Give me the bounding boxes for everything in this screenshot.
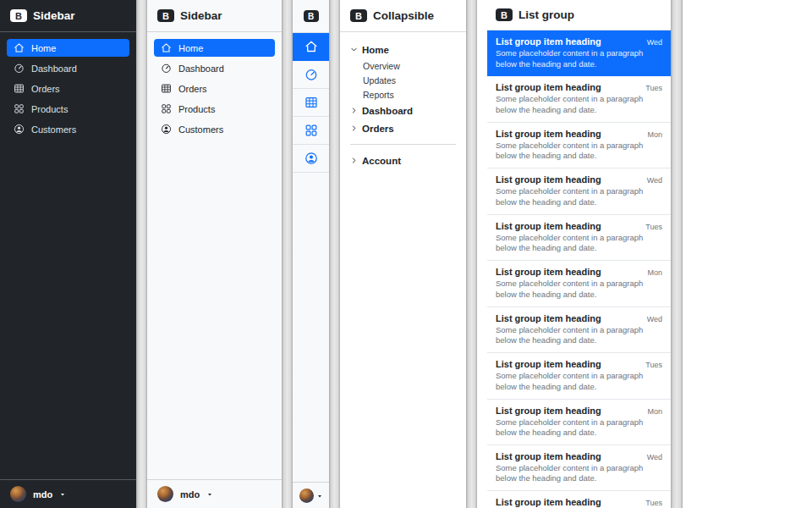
list-group-item[interactable]: List group item headingMonSome placehold… — [487, 400, 671, 445]
sidebar-item-dashboard[interactable]: Dashboard — [154, 59, 275, 77]
item-body: Some placeholder content in a paragraph … — [496, 371, 650, 392]
rail-item-house[interactable] — [293, 33, 329, 61]
list-group-item[interactable]: List group item headingTuesSome placehol… — [487, 353, 671, 399]
example-divider — [671, 0, 683, 508]
bootstrap-logo-icon: B — [157, 9, 174, 22]
item-top-row: List group item headingTues — [496, 82, 662, 92]
group-label: Home — [362, 45, 389, 55]
item-heading: List group item heading — [496, 359, 601, 369]
collapsible-tree: HomeOverviewUpdatesReportsDashboardOrder… — [340, 32, 466, 178]
item-heading: List group item heading — [496, 82, 601, 92]
grid-icon — [304, 124, 318, 137]
spacer — [147, 145, 282, 479]
list-group-item[interactable]: List group item headingTuesSome placehol… — [487, 215, 671, 261]
sidebar-item-home[interactable]: Home — [7, 39, 129, 57]
nav-dark: HomeDashboardOrdersProductsCustomers — [0, 32, 136, 145]
brand-link[interactable]: B — [293, 0, 329, 32]
sidebar-title: Collapsible — [373, 9, 434, 22]
example-divider — [136, 0, 147, 508]
sidebar-item-dashboard[interactable]: Dashboard — [7, 59, 129, 77]
avatar — [10, 486, 26, 502]
sidebar-item-label: Customers — [31, 124, 76, 135]
brand-link[interactable]: B Collapsible — [340, 0, 466, 31]
list-group-item[interactable]: List group item headingTuesSome placehol… — [487, 76, 671, 122]
brand-link[interactable]: B List group — [487, 0, 671, 30]
item-heading: List group item heading — [496, 36, 601, 47]
list-group-item[interactable]: List group item headingMonSome placehold… — [487, 261, 671, 306]
item-top-row: List group item headingWed — [496, 313, 662, 323]
example-divider — [282, 0, 293, 508]
sidebar-item-customers[interactable]: Customers — [154, 120, 275, 138]
list-group-item[interactable]: List group item headingTuesSome placehol… — [487, 491, 671, 508]
item-day: Tues — [645, 84, 662, 92]
user-menu[interactable]: mdo — [0, 480, 136, 508]
list-group-panel: B List group List group item headingWedS… — [487, 0, 671, 508]
table-icon — [304, 96, 318, 109]
item-day: Wed — [647, 176, 662, 185]
sidebar-collapsible: B Collapsible HomeOverviewUpdatesReports… — [340, 0, 466, 508]
chevron-right-icon — [350, 107, 358, 114]
subnav-item-updates[interactable]: Updates — [363, 73, 456, 87]
grid-icon — [161, 103, 172, 114]
list-group-item[interactable]: List group item headingWedSome placehold… — [487, 30, 671, 76]
item-heading: List group item heading — [496, 174, 601, 185]
user-name: mdo — [33, 489, 52, 500]
sidebar-item-label: Products — [178, 104, 215, 114]
item-top-row: List group item headingMon — [496, 267, 662, 277]
house-icon — [304, 40, 318, 53]
item-day: Wed — [647, 453, 662, 461]
collapsible-group-dashboard[interactable]: Dashboard — [350, 102, 456, 119]
item-top-row: List group item headingMon — [496, 406, 662, 416]
sidebar-item-label: Home — [31, 43, 56, 53]
collapsible-group-home[interactable]: Home — [350, 41, 456, 58]
sidebar-item-label: Orders — [178, 84, 207, 94]
sidebar-dark: B Sidebar HomeDashboardOrdersProductsCus… — [0, 0, 136, 508]
spacer — [293, 173, 329, 482]
house-icon — [14, 42, 25, 53]
sidebar-item-products[interactable]: Products — [154, 100, 275, 118]
item-top-row: List group item headingWed — [496, 174, 662, 185]
item-body: Some placeholder content in a paragraph … — [496, 186, 650, 207]
item-heading: List group item heading — [496, 129, 601, 139]
collapsible-group-account[interactable]: Account — [350, 152, 456, 169]
brand-link[interactable]: B Sidebar — [0, 0, 136, 31]
brand-link[interactable]: B Sidebar — [147, 0, 282, 31]
sidebar-item-orders[interactable]: Orders — [7, 80, 129, 97]
list-group-item[interactable]: List group item headingWedSome placehold… — [487, 168, 671, 214]
page-background — [683, 0, 812, 508]
sidebar-item-orders[interactable]: Orders — [154, 80, 275, 97]
list-group-item[interactable]: List group item headingWedSome placehold… — [487, 307, 671, 353]
spacer — [0, 145, 136, 479]
subnav-item-overview[interactable]: Overview — [363, 58, 456, 73]
rail-item-table[interactable] — [293, 89, 329, 117]
item-body: Some placeholder content in a paragraph … — [496, 463, 650, 484]
sidebar-item-products[interactable]: Products — [7, 100, 129, 118]
item-day: Wed — [647, 38, 662, 47]
person-circle-icon — [304, 152, 318, 165]
subnav-item-reports[interactable]: Reports — [363, 87, 456, 102]
collapsible-group-orders[interactable]: Orders — [350, 119, 456, 137]
rail-item-grid[interactable] — [293, 117, 329, 145]
rail-item-person-circle[interactable] — [293, 145, 329, 173]
sidebar-title: Sidebar — [180, 9, 222, 22]
sidebar-item-home[interactable]: Home — [154, 39, 275, 57]
sidebar-item-label: Products — [31, 104, 68, 114]
chevron-right-icon — [350, 157, 358, 164]
list-group-title: List group — [518, 8, 574, 21]
caret-down-icon — [59, 489, 66, 500]
item-body: Some placeholder content in a paragraph … — [496, 417, 650, 439]
bootstrap-logo-icon: B — [350, 9, 367, 22]
user-menu[interactable] — [293, 483, 329, 508]
user-menu[interactable]: mdo — [147, 480, 282, 508]
rail-item-speedometer[interactable] — [293, 61, 329, 89]
table-icon — [161, 83, 172, 94]
caret-down-icon — [206, 489, 213, 500]
item-heading: List group item heading — [496, 406, 601, 416]
item-heading: List group item heading — [496, 497, 601, 507]
group-label: Orders — [362, 124, 394, 134]
bootstrap-logo-icon: B — [10, 9, 27, 22]
list-group-item[interactable]: List group item headingMonSome placehold… — [487, 123, 671, 168]
group-children: OverviewUpdatesReports — [350, 58, 456, 102]
list-group-item[interactable]: List group item headingWedSome placehold… — [487, 445, 671, 491]
sidebar-item-customers[interactable]: Customers — [7, 120, 129, 138]
